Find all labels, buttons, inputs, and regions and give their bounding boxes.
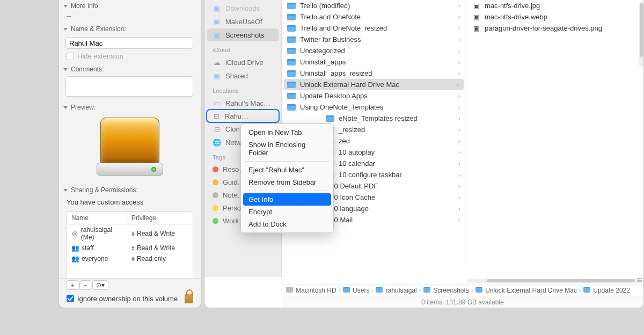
folder-icon [287, 37, 296, 43]
chevron-right-icon: › [471, 287, 473, 294]
permissions-table: Name Privilege ◎rahulsaigal (Me)Read & W… [67, 212, 193, 283]
sidebar-item-shared[interactable]: ▣Shared [207, 69, 279, 82]
menu-item-show-in-enclosing-folder[interactable]: Show in Enclosing Folder [241, 139, 333, 159]
disclosure-triangle-icon [63, 106, 68, 109]
path-segment[interactable]: Update 2022 [583, 287, 630, 294]
folder-name: Using OneNote_Templates [300, 103, 383, 111]
hide-extension-checkbox[interactable] [67, 53, 74, 60]
chevron-right-icon: › [371, 287, 374, 294]
folder-row[interactable]: Trello and OneNote› [282, 11, 466, 23]
name-ext-input[interactable] [65, 37, 193, 49]
remove-button[interactable]: － [79, 280, 91, 290]
path-segment[interactable]: rahulsaigal [376, 287, 416, 294]
folder-icon [287, 25, 296, 32]
action-menu-button[interactable]: ⊙▾ [92, 280, 108, 290]
menu-item-open-in-new-tab[interactable]: Open in New Tab [241, 126, 333, 139]
chevron-right-icon: › [458, 171, 460, 179]
tag-dot-icon [213, 179, 218, 185]
sidebar-item-label: Rahu… [225, 112, 248, 120]
add-button[interactable]: ＋ [67, 280, 78, 290]
folder-row[interactable]: Using OneNote_Templates› [282, 101, 466, 113]
permissions-row[interactable]: 👥staffRead & Write [67, 243, 193, 253]
file-row[interactable]: ▣mac-ntfs-drive.jpg [466, 0, 644, 11]
resize-handle-icon[interactable] [637, 278, 642, 283]
path-segment[interactable]: Macintosh HD [286, 287, 336, 294]
folder-row[interactable]: Uninstall_apps_resized› [282, 68, 466, 79]
permissions-row[interactable]: ◎rahulsaigal (Me)Read & Write [67, 224, 193, 243]
path-segment[interactable]: Screenshots [423, 287, 469, 294]
sidebar-item-screenshots[interactable]: ▣Screenshots [207, 28, 279, 41]
hide-extension-row[interactable]: Hide extension [59, 51, 201, 63]
folder-row[interactable]: eNote_Templates resized› [282, 113, 466, 124]
path-segment[interactable]: Users [343, 287, 370, 294]
path-label: Unlock External Hard Drive Mac [485, 287, 577, 294]
perm-name: rahulsaigal (Me) [81, 226, 123, 241]
chevron-right-icon: › [458, 103, 460, 111]
perm-privilege: Read only [137, 255, 166, 263]
horizontal-scrollbar[interactable] [466, 279, 640, 283]
chevron-right-icon: › [458, 126, 460, 134]
folder-row[interactable]: Twitter for Business› [282, 34, 466, 45]
file-row[interactable]: ▣mac-ntfs-drive.webp [466, 11, 644, 23]
permissions-row[interactable]: 👥everyoneRead only [67, 253, 193, 264]
folder-row[interactable]: Trello (modified)› [282, 0, 466, 11]
menu-item-remove-from-sidebar[interactable]: Remove from Sidebar [241, 176, 333, 188]
chevron-right-icon: › [458, 205, 460, 213]
folder-row[interactable]: Unlock External Hard Drive Mac› [284, 79, 464, 90]
path-label: Users [353, 287, 369, 294]
folder-name: Trello (modified) [300, 2, 350, 10]
sidebar-item-label: MakeUseOf [225, 18, 262, 26]
path-label: rahulsaigal [386, 287, 417, 294]
preview-header[interactable]: Preview: [59, 101, 201, 113]
chevron-right-icon: › [458, 35, 460, 43]
group-icon: 👥 [71, 244, 79, 252]
sidebar-item-downloads[interactable]: ▣Downloads [207, 2, 279, 14]
folder-row[interactable]: Uninstall_apps› [282, 56, 466, 68]
sidebar-item-makeuseof[interactable]: ▣MakeUseOf [207, 15, 279, 28]
folder-row[interactable]: Trello and OneNote_resized› [282, 23, 466, 34]
sidebar-item-rahul-s-mac-[interactable]: ▭Rahul's Mac… [207, 97, 279, 110]
menu-item-get-info[interactable]: Get Info [243, 193, 331, 206]
sharing-header[interactable]: Sharing & Permissions: [59, 184, 201, 196]
path-label: Macintosh HD [296, 287, 336, 294]
sort-icon [131, 246, 135, 251]
sidebar-section-locations: Locations [207, 85, 279, 96]
more-info-label: More Info: [71, 2, 100, 10]
perm-header-privilege[interactable]: Privilege [127, 212, 160, 224]
menu-item-eject-rahul-mac-[interactable]: Eject "Rahul Mac" [241, 164, 333, 176]
ignore-ownership-checkbox[interactable] [67, 295, 74, 302]
folder-icon [376, 287, 383, 293]
perm-header-name[interactable]: Name [67, 212, 127, 224]
path-label: Update 2022 [593, 287, 630, 294]
comments-header[interactable]: Comments: [59, 63, 201, 75]
chevron-right-icon: › [458, 69, 460, 77]
sidebar-item-label: Shared [225, 72, 248, 80]
lock-icon[interactable] [185, 294, 193, 303]
finder-column-2: ▣mac-ntfs-drive.jpg▣mac-ntfs-drive.webp▣… [466, 0, 644, 265]
menu-item-add-to-dock[interactable]: Add to Dock [241, 218, 333, 230]
folder-name: _resized [339, 126, 365, 134]
name-ext-header[interactable]: Name & Extension: [59, 23, 201, 35]
comments-textarea[interactable] [65, 76, 193, 97]
laptop-icon: ▭ [213, 99, 221, 107]
status-bar: 0 items, 131.89 GB available [282, 296, 643, 308]
folder-row[interactable]: Update Desktop Apps› [282, 90, 466, 101]
image-icon: ▣ [472, 2, 480, 10]
folder-icon: ▣ [213, 17, 221, 26]
tag-dot-icon [213, 166, 218, 172]
file-row[interactable]: ▣paragon-driver-for-seagate-drives.png [466, 23, 644, 34]
path-segment[interactable]: Unlock External Hard Drive Mac [475, 287, 577, 294]
folder-icon [475, 287, 482, 293]
sidebar-item-rahul-mac[interactable]: ⊟Rahu… [207, 110, 279, 122]
external-drive-icon [92, 118, 167, 177]
chevron-right-icon: › [458, 47, 460, 55]
sidebar-item-icloud-drive[interactable]: ☁iCloud Drive [207, 56, 279, 69]
menu-item-encrypt[interactable]: Encrypt [241, 206, 333, 218]
folder-row[interactable]: Uncategorized› [282, 45, 466, 56]
image-icon: ▣ [472, 25, 480, 32]
more-info-header[interactable]: More Info: [59, 0, 201, 12]
ignore-ownership-row[interactable]: Ignore ownership on this volume [59, 293, 201, 304]
folder-name: zed [339, 137, 350, 145]
vertical-scrollbar[interactable] [639, 2, 643, 67]
tag-dot-icon [213, 218, 218, 224]
